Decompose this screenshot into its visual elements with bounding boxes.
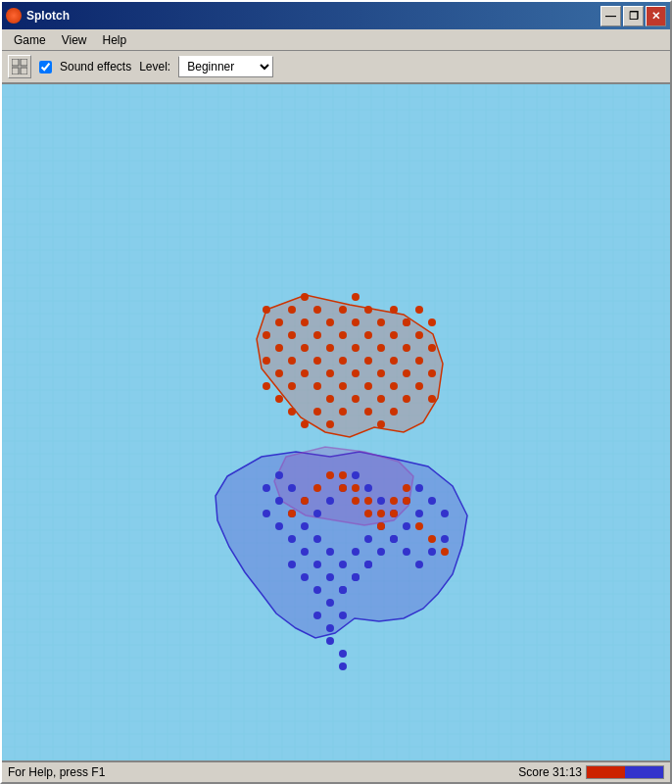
app-title: Splotch [26,9,70,23]
score-bar [586,765,664,779]
titlebar: Splotch — ❐ ✕ [2,2,670,29]
game-canvas[interactable] [2,84,670,760]
titlebar-buttons: — ❐ ✕ [600,6,666,26]
svg-rect-0 [12,59,19,66]
menu-game[interactable]: Game [6,31,54,49]
game-canvas-area[interactable] [2,84,670,760]
grid-icon [12,59,27,74]
level-select[interactable]: Beginner Intermediate Advanced [178,56,273,77]
score-text: Score 31:13 [518,765,582,779]
menubar: Game View Help [2,29,670,51]
sound-effects-label[interactable]: Sound effects [60,60,131,74]
toolbar: Sound effects Level: Beginner Intermedia… [2,51,670,84]
svg-rect-3 [21,68,27,74]
minimize-button[interactable]: — [600,6,621,26]
help-text: For Help, press F1 [8,765,105,779]
sound-effects-checkbox[interactable] [39,61,52,74]
app-window: Splotch — ❐ ✕ Game View Help [0,0,672,784]
level-label: Level: [139,60,170,74]
maximize-button[interactable]: ❐ [623,6,644,26]
svg-rect-2 [12,68,19,74]
grid-icon-button[interactable] [8,55,31,78]
close-button[interactable]: ✕ [646,6,666,26]
score-area: Score 31:13 [518,765,664,779]
app-icon [6,8,22,24]
statusbar: For Help, press F1 Score 31:13 [2,760,670,782]
svg-rect-1 [21,59,27,66]
menu-help[interactable]: Help [94,31,134,49]
menu-view[interactable]: View [54,31,95,49]
titlebar-left: Splotch [6,8,70,24]
